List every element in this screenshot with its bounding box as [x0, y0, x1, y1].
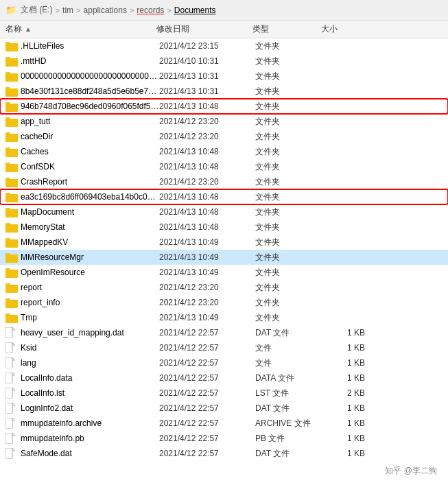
folder-icon [5, 40, 18, 51]
table-row[interactable]: LocalInfo.data2021/4/12 22:57DATA 文件1 KB [0, 370, 448, 386]
table-row[interactable]: .HLLiteFiles2021/4/12 23:15文件夹 [0, 38, 448, 54]
table-row[interactable]: MMResourceMgr2021/4/13 10:49文件夹 [0, 250, 448, 265]
file-type: DATA 文件 [255, 372, 324, 384]
folder-icon [5, 101, 18, 112]
folder-icon [5, 237, 18, 248]
svg-rect-8 [5, 73, 18, 82]
svg-marker-59 [12, 327, 15, 330]
svg-rect-78 [5, 433, 12, 444]
file-name: MMappedKV [21, 237, 159, 247]
table-row[interactable]: Caches2021/4/13 10:48文件夹 [0, 144, 448, 159]
file-name: CrashReport [21, 177, 159, 187]
svg-rect-75 [5, 418, 12, 429]
table-row[interactable]: report_info2021/4/12 23:20文件夹 [0, 295, 448, 310]
file-name: ConfSDK [21, 162, 159, 171]
svg-rect-11 [5, 88, 18, 97]
table-row[interactable]: 8b4e30f131ce88df248a5d5e6b5e71512021/4/1… [0, 84, 448, 99]
table-row[interactable]: MapDocument2021/4/13 10:48文件夹 [0, 204, 448, 220]
svg-rect-2 [5, 43, 18, 51]
file-size: 1 KB [324, 343, 365, 353]
table-row[interactable]: heavy_user_id_mapping.dat2021/4/12 22:57… [0, 325, 448, 340]
svg-marker-77 [12, 418, 15, 421]
table-row[interactable]: report2021/4/12 23:20文件夹 [0, 280, 448, 295]
table-row[interactable]: app_tutt2021/4/12 23:20文件夹 [0, 114, 448, 129]
svg-rect-44 [5, 255, 18, 263]
table-row[interactable]: CrashReport2021/4/12 23:20文件夹 [0, 174, 448, 189]
breadcrumb-item-0[interactable]: 文档 (E:) [21, 4, 53, 16]
col-name-header[interactable]: 名称 ▲ [5, 23, 156, 35]
file-type: DAT 文件 [255, 448, 324, 460]
file-name: app_tutt [21, 117, 159, 126]
file-name: heavy_user_id_mapping.dat [21, 328, 159, 338]
svg-marker-71 [12, 388, 15, 390]
file-date: 2021/4/13 10:49 [159, 313, 255, 322]
file-date: 2021/4/13 10:31 [159, 86, 255, 96]
file-size: 1 KB [324, 418, 365, 428]
table-row[interactable]: 946b748d708ec96ded0960f065fdf5d82021/4/1… [0, 99, 448, 114]
table-row[interactable]: OpenImResource2021/4/13 10:49文件夹 [0, 265, 448, 280]
folder-icon [5, 206, 18, 217]
file-type: 文件夹 [255, 71, 324, 82]
file-date: 2021/4/12 22:57 [159, 434, 255, 443]
table-row[interactable]: mmupdateinfo.archive2021/4/12 22:57ARCHI… [0, 416, 448, 431]
breadcrumb-item-2[interactable]: applications [84, 5, 127, 15]
col-size-header[interactable]: 大小 [321, 23, 362, 35]
table-row[interactable]: Ksid2021/4/12 22:57文件1 KB [0, 340, 448, 355]
file-size: 1 KB [324, 403, 365, 413]
file-date: 2021/4/12 23:20 [159, 117, 255, 126]
table-row[interactable]: mmupdateinfo.pb2021/4/12 22:57PB 文件1 KB [0, 431, 448, 446]
svg-rect-14 [5, 104, 18, 112]
breadcrumb: 📁 文档 (E:) > tim > applications > records… [0, 0, 448, 21]
table-row[interactable]: cacheDir2021/4/12 23:20文件夹 [0, 129, 448, 144]
table-row[interactable]: LocalInfo.lst2021/4/12 22:57LST 文件2 KB [0, 386, 448, 401]
folder-icon [5, 161, 18, 172]
file-type: 文件夹 [255, 222, 324, 233]
table-row[interactable]: ConfSDK2021/4/13 10:48文件夹 [0, 159, 448, 174]
svg-rect-57 [5, 327, 12, 338]
file-date: 2021/4/12 22:57 [159, 403, 255, 413]
table-row[interactable]: 00000000000000000000000000000002021/4/13… [0, 69, 448, 84]
file-date: 2021/4/13 10:48 [159, 102, 255, 111]
file-date: 2021/4/12 23:20 [159, 283, 255, 292]
table-row[interactable]: Tmp2021/4/13 10:49文件夹 [0, 310, 448, 325]
file-type: DAT 文件 [255, 403, 324, 414]
table-row[interactable]: lang2021/4/12 22:57文件1 KB [0, 355, 448, 370]
file-icon [5, 448, 18, 459]
table-row[interactable]: .mttHD2021/4/10 10:31文件夹 [0, 54, 448, 69]
breadcrumb-sep-2: > [130, 6, 134, 14]
svg-rect-56 [5, 315, 18, 323]
svg-rect-72 [5, 403, 12, 414]
file-icon [5, 372, 18, 383]
table-row[interactable]: MMappedKV2021/4/13 10:49文件夹 [0, 235, 448, 250]
file-date: 2021/4/12 22:57 [159, 418, 255, 428]
file-name: report_info [21, 298, 159, 307]
file-size: 1 KB [324, 449, 365, 458]
file-icon [5, 342, 18, 353]
col-date-header[interactable]: 修改日期 [156, 23, 252, 35]
breadcrumb-item-4[interactable]: Documents [174, 5, 216, 15]
file-date: 2021/4/13 10:31 [159, 71, 255, 81]
file-date: 2021/4/10 10:31 [159, 56, 255, 66]
folder-icon [5, 86, 18, 97]
svg-rect-26 [5, 164, 18, 172]
folder-icon [5, 131, 18, 142]
table-row[interactable]: SafeMode.dat2021/4/12 22:57DAT 文件1 KB [0, 446, 448, 461]
file-type: 文件夹 [255, 176, 324, 188]
file-date: 2021/4/13 10:48 [159, 222, 255, 232]
file-name: 8b4e30f131ce88df248a5d5e6b5e7151 [21, 86, 159, 96]
file-date: 2021/4/12 23:20 [159, 177, 255, 187]
file-date: 2021/4/12 23:20 [159, 132, 255, 141]
table-row[interactable]: LoginInfo2.dat2021/4/12 22:57DAT 文件1 KB [0, 401, 448, 416]
file-type: 文件夹 [255, 252, 324, 263]
table-row[interactable]: ea3c169bc8d6ff069403eba14b0c04b52021/4/1… [0, 189, 448, 204]
file-icon [5, 433, 18, 444]
file-type: 文件夹 [255, 40, 324, 52]
svg-marker-68 [12, 372, 15, 375]
file-name: LocalInfo.lst [21, 388, 159, 398]
breadcrumb-item-3[interactable]: records [137, 5, 164, 15]
breadcrumb-item-1[interactable]: tim [62, 5, 73, 15]
folder-icon [5, 56, 18, 67]
svg-marker-83 [12, 448, 15, 451]
col-type-header[interactable]: 类型 [252, 23, 321, 35]
table-row[interactable]: MemoryStat2021/4/13 10:48文件夹 [0, 220, 448, 235]
